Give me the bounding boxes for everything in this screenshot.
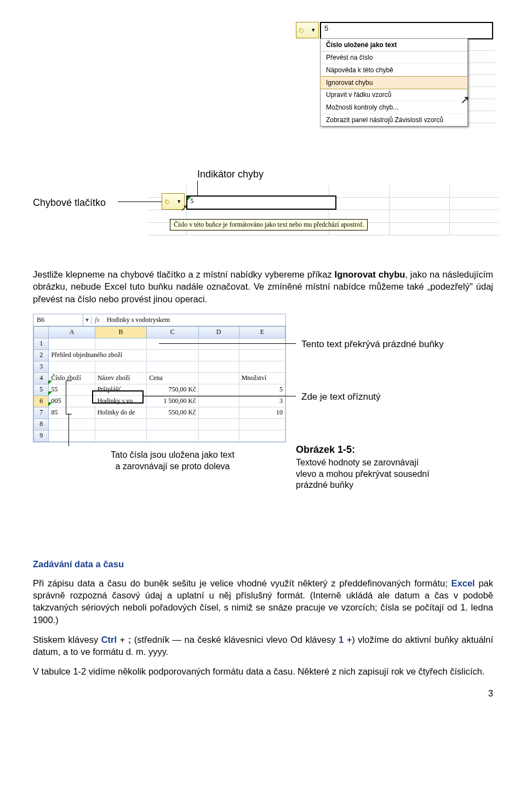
menu-item-convert[interactable]: Převést na číslo: [321, 51, 467, 64]
figure-spreadsheet-annotated: B6 ▾ fx Hodinky s vodotryskem A B C D E …: [33, 314, 493, 549]
table-row[interactable]: 3: [34, 361, 285, 372]
paragraph-intro: Jestliže klepneme na chybové tlačítko a …: [33, 268, 493, 305]
chevron-down-icon: ▼: [311, 27, 316, 33]
annotation-overflow: Tento text překrývá prázdné buňky: [301, 339, 444, 350]
connector-line: [142, 396, 296, 396]
name-box[interactable]: B6: [33, 314, 83, 326]
cursor-icon: ↖: [460, 93, 470, 106]
paragraph-shortcut: Stiskem klávesy Ctrl + ; (středník — na …: [33, 634, 493, 658]
formula-value[interactable]: Hodinky s vodotryskem: [104, 314, 173, 326]
heading-date-time: Zadávání data a času: [33, 559, 493, 569]
tooltip: Číslo v této buňce je formátováno jako t…: [170, 219, 368, 231]
namebox-dropdown-icon[interactable]: ▾: [83, 316, 92, 324]
label-indicator: Indikátor chyby: [197, 169, 264, 180]
menu-header: Číslo uložené jako text: [321, 39, 467, 51]
error-triangle-icon: [187, 197, 191, 200]
selected-cell[interactable]: 5: [186, 195, 336, 210]
col-header[interactable]: D: [198, 326, 239, 338]
error-triangle-icon: [48, 381, 52, 384]
table-row[interactable]: 2Přehled objednaného zboží: [34, 349, 285, 361]
page-number: 3: [33, 689, 493, 699]
col-header[interactable]: B: [95, 326, 146, 338]
figure-caption: Textové hodnoty se zarovnávají vlevo a m…: [296, 457, 493, 491]
figure-error-menu: ◇! ▼ 5 Číslo uložené jako text Převést n…: [296, 22, 493, 148]
menu-item-toolbar[interactable]: Zobrazit panel nástrojů Závislosti vzorc…: [321, 114, 467, 126]
corner-header[interactable]: [34, 326, 49, 338]
connector-line: [197, 181, 198, 197]
bracket: [66, 381, 72, 414]
menu-item-edit-formula[interactable]: Upravit v řádku vzorců: [321, 89, 467, 101]
error-context-menu: Číslo uložené jako text Převést na číslo…: [320, 38, 468, 126]
figure-label: Obrázek 1-5:: [296, 444, 355, 456]
fx-label: fx: [92, 314, 104, 326]
table-row[interactable]: 1: [34, 338, 285, 349]
paragraph-table-ref: V tabulce 1-2 vidíme několik podporovaný…: [33, 665, 493, 677]
col-header[interactable]: C: [147, 326, 198, 338]
error-triangle-icon: [48, 402, 52, 406]
table-row[interactable]: 8: [34, 418, 285, 430]
paragraph-date-time: Při zápisu data a času do buněk sešitu j…: [33, 577, 493, 626]
menu-item-help[interactable]: Nápověda k této chybě: [321, 64, 467, 77]
error-triangle-icon: [48, 391, 52, 395]
cursor-icon: ↖: [181, 203, 188, 213]
diamond-icon: ◇!: [299, 26, 306, 34]
annotation-text-numbers: Tato čísla jsou uložena jako text a zaro…: [82, 450, 263, 473]
spreadsheet: B6 ▾ fx Hodinky s vodotryskem A B C D E …: [33, 314, 286, 442]
col-header[interactable]: A: [49, 326, 95, 338]
label-error-button: Chybové tlačítko: [33, 197, 106, 209]
connector-line: [159, 343, 296, 344]
connector-line: [68, 413, 69, 446]
error-button-icon[interactable]: ◇! ▼: [296, 22, 319, 38]
table-row[interactable]: 9: [34, 430, 285, 441]
diamond-icon: ◇!: [165, 198, 171, 205]
figure-error-labels: Indikátor chyby Chybové tlačítko ◇! ▼ 5 …: [33, 159, 493, 252]
selected-cell[interactable]: 5: [320, 22, 493, 39]
connector-line: [118, 201, 162, 202]
menu-item-options[interactable]: Možnosti kontroly chyb...: [321, 101, 467, 114]
formula-bar: B6 ▾ fx Hodinky s vodotryskem: [33, 314, 285, 326]
menu-item-ignore[interactable]: Ignorovat chybu: [320, 76, 468, 89]
col-header[interactable]: E: [239, 326, 285, 338]
annotation-truncated: Zde je text oříznutý: [301, 391, 381, 402]
